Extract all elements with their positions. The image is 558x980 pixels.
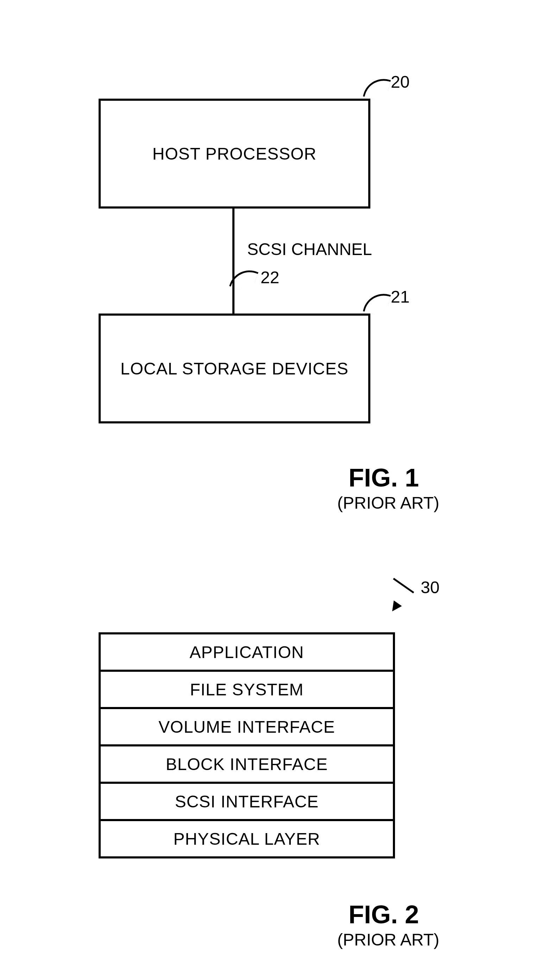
stack-layer-label: APPLICATION <box>190 643 304 662</box>
fig1-subtitle: (PRIOR ART) <box>337 493 439 513</box>
host-processor-label: HOST PROCESSOR <box>153 144 317 163</box>
callout-arc-21 <box>363 289 391 317</box>
fig2-subtitle: (PRIOR ART) <box>337 930 439 949</box>
stack-layer-label: VOLUME INTERFACE <box>158 717 335 737</box>
host-processor-box: HOST PROCESSOR <box>98 99 370 209</box>
ref-30-label: 30 <box>421 578 439 597</box>
ref-30-arrow-head <box>388 600 402 614</box>
stack-layer-label: SCSI INTERFACE <box>175 792 319 811</box>
callout-arc-20 <box>363 74 391 102</box>
local-storage-label: LOCAL STORAGE DEVICES <box>120 359 348 378</box>
ref-21-label: 21 <box>391 287 409 306</box>
scsi-channel-line <box>232 206 235 314</box>
diagram-canvas: HOST PROCESSOR 20 SCSI CHANNEL 22 LOCAL … <box>0 0 558 980</box>
local-storage-box: LOCAL STORAGE DEVICES <box>98 314 370 423</box>
stack-row-physical-layer: PHYSICAL LAYER <box>101 819 393 857</box>
scsi-channel-label: SCSI CHANNEL <box>247 240 372 259</box>
fig2-title: FIG. 2 <box>348 900 419 929</box>
layer-stack: APPLICATION FILE SYSTEM VOLUME INTERFACE… <box>98 632 395 858</box>
ref-22-label: 22 <box>261 268 279 287</box>
ref-20-label: 20 <box>391 72 409 92</box>
stack-layer-label: FILE SYSTEM <box>190 680 304 699</box>
ref-30-arrow-line <box>393 578 414 593</box>
stack-row-volume-interface: VOLUME INTERFACE <box>101 707 393 744</box>
stack-layer-label: BLOCK INTERFACE <box>166 755 328 774</box>
fig1-title: FIG. 1 <box>348 463 419 492</box>
stack-row-block-interface: BLOCK INTERFACE <box>101 744 393 782</box>
stack-row-application: APPLICATION <box>101 635 393 670</box>
stack-row-file-system: FILE SYSTEM <box>101 670 393 707</box>
stack-layer-label: PHYSICAL LAYER <box>174 829 320 848</box>
stack-row-scsi-interface: SCSI INTERFACE <box>101 782 393 819</box>
